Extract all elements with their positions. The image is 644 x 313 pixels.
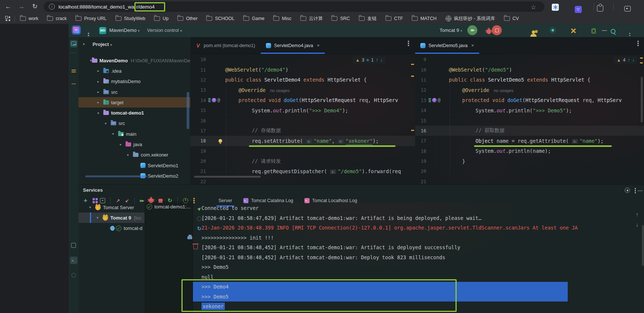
- address-bar[interactable]: i localhost:8888/tomcat_demo1_war/demo4 …: [44, 1, 544, 12]
- minimize-icon[interactable]: —: [602, 27, 607, 33]
- editor-tab[interactable]: ServletDemo4.java×: [261, 37, 325, 54]
- tree-row-mybatisdemo[interactable]: ▸mybatisDemo: [79, 76, 190, 87]
- editor-tab[interactable]: ServletDemo5.java×: [415, 37, 480, 54]
- overrides-method-icon[interactable]: ↑: [432, 98, 437, 102]
- bookmark-item[interactable]: Game: [243, 16, 264, 21]
- bookmark-item[interactable]: CV: [504, 16, 519, 21]
- bookmark-item[interactable]: Other: [177, 16, 197, 21]
- bookmark-item[interactable]: CTF: [386, 16, 403, 21]
- tree-row-tomcat-9[interactable]: ▾Tomcat 9[loc: [79, 212, 193, 223]
- tree-row-mavendemo[interactable]: ▾MavenDemoH:\0x0B_FUXIAN\MavenDemo: [79, 55, 190, 66]
- tree-row-java[interactable]: ▾java: [79, 139, 190, 149]
- chevron-down-icon[interactable]: ▾: [97, 216, 103, 220]
- plugin-atom-icon[interactable]: [590, 28, 596, 34]
- bookmark-item[interactable]: Misc: [273, 16, 291, 21]
- tree-row-src[interactable]: ▾src: [79, 118, 190, 129]
- code-area[interactable]: 1011@WebServlet("/demo4")12public class …: [190, 55, 415, 184]
- tree-row-.idea[interactable]: ▸.idea: [79, 66, 190, 76]
- bookmark-item[interactable]: crack: [47, 16, 67, 21]
- extensions-puzzle-icon[interactable]: [597, 5, 603, 11]
- tree-row-src[interactable]: ▸src: [79, 87, 190, 97]
- main-menu-icon[interactable]: [88, 35, 89, 36]
- close-icon[interactable]: ×: [471, 43, 474, 48]
- editor-tab[interactable]: Vpom.xml (tomcat-demo1): [190, 37, 261, 54]
- code-with-me-users-icon[interactable]: [532, 30, 535, 34]
- tree-row-tomcat-demo1[interactable]: ▾tomcat-demo1: [79, 108, 190, 118]
- intellij-logo-icon[interactable]: IJ: [73, 27, 80, 33]
- overrides-method-icon[interactable]: ↑: [212, 98, 216, 102]
- build-tools-icon[interactable]: [570, 28, 576, 34]
- tree-row-com.xekoner[interactable]: ▾com.xekoner: [79, 150, 190, 160]
- bookmark-item[interactable]: work: [20, 16, 38, 21]
- window-options-icon[interactable]: [629, 35, 631, 36]
- scroll-up-icon[interactable]: ↑: [636, 211, 638, 217]
- chevron-down-icon[interactable]: ▾: [89, 205, 95, 209]
- more-tools-icon[interactable]: ⋯: [70, 80, 77, 88]
- services-tool-icon[interactable]: >_: [70, 257, 77, 264]
- services-title[interactable]: Services: [83, 187, 103, 193]
- chevron-right-icon[interactable]: ▸: [97, 90, 103, 94]
- chevron-down-icon[interactable]: ▾: [97, 111, 103, 115]
- chevron-down-icon[interactable]: ▾: [120, 143, 126, 146]
- extension-purple-icon[interactable]: ▽: [575, 6, 582, 13]
- tab-options-icon[interactable]: [637, 43, 639, 44]
- bookmark-item[interactable]: SRC: [331, 16, 350, 21]
- chevron-down-icon[interactable]: ▾: [90, 59, 92, 62]
- editor-servletdemo4[interactable]: Vpom.xml (tomcat-demo1)ServletDemo4.java…: [190, 37, 416, 184]
- project-vertical-scrollbar[interactable]: [187, 92, 189, 129]
- deployed-artifact-status[interactable]: ✓ tomcat-demo1:...: [147, 204, 193, 210]
- vcs-widget[interactable]: Version control ▾: [147, 27, 182, 33]
- chevron-right-icon[interactable]: ▸: [97, 101, 103, 104]
- search-everywhere-icon[interactable]: [611, 29, 615, 34]
- editor-vertical-scrollbar[interactable]: [641, 77, 643, 122]
- clear-all-icon[interactable]: [193, 245, 198, 249]
- scroll-down-icon[interactable]: ↓: [636, 222, 638, 228]
- chevron-down-icon[interactable]: ▾: [127, 153, 133, 157]
- tab-groups-grid-icon[interactable]: [5, 16, 8, 19]
- reload-icon[interactable]: ↻: [30, 2, 39, 11]
- print-icon[interactable]: [187, 236, 192, 239]
- chevron-right-icon[interactable]: ▸: [97, 80, 103, 83]
- tree-row-main[interactable]: ▾main: [79, 129, 190, 139]
- toolbar-more-icon[interactable]: [193, 200, 195, 201]
- bookmark-star-icon[interactable]: ☆: [531, 3, 536, 11]
- status-dot-icon[interactable]: [550, 27, 556, 33]
- panel-options-icon[interactable]: [635, 190, 636, 191]
- intention-bulb-icon[interactable]: [218, 139, 222, 143]
- project-tool-icon[interactable]: [70, 40, 77, 47]
- bookmark-item[interactable]: StudyWeb: [116, 16, 145, 21]
- project-panel-title[interactable]: Project ▾: [93, 42, 112, 47]
- bookmark-item[interactable]: MATCH: [412, 16, 437, 21]
- tree-row-tomcat-d[interactable]: ✓tomcat-d: [79, 223, 193, 233]
- editor-horizontal-scrollbar[interactable]: [194, 176, 261, 178]
- bookmark-item[interactable]: 疯狂听抄 - 系统词库: [446, 16, 495, 22]
- run-button[interactable]: ▶▶: [467, 25, 477, 35]
- extension-snowflake-icon[interactable]: [552, 4, 559, 11]
- bookmark-item[interactable]: 云计算: [300, 16, 323, 22]
- tree-row-servletdemo1[interactable]: ServletDemo1: [79, 160, 190, 171]
- hide-panel-icon[interactable]: —: [638, 188, 643, 193]
- close-icon[interactable]: ×: [317, 43, 320, 48]
- bookmark-item[interactable]: 友链: [359, 16, 377, 22]
- back-icon[interactable]: ←: [4, 2, 13, 11]
- commit-tool-icon[interactable]: [70, 65, 77, 73]
- problems-tool-icon[interactable]: [70, 271, 77, 279]
- screen-capture-icon[interactable]: [624, 6, 631, 11]
- bookmark-item[interactable]: SCHOOL: [206, 16, 234, 21]
- stop-button[interactable]: [492, 25, 502, 35]
- chevron-right-icon[interactable]: ▸: [97, 69, 103, 73]
- filter-target-icon[interactable]: [625, 188, 630, 193]
- bookmark-item[interactable]: Proxy URL: [76, 16, 106, 21]
- tab-options-icon[interactable]: [408, 43, 409, 44]
- chevron-down-icon[interactable]: ▾: [105, 122, 111, 125]
- run-config-selector[interactable]: Tomcat 9 ▾: [440, 27, 462, 33]
- project-horizontal-scrollbar[interactable]: [85, 175, 147, 177]
- chevron-down-icon[interactable]: ▾: [112, 132, 118, 136]
- group-services-icon[interactable]: [93, 198, 95, 200]
- project-widget[interactable]: MavenDemo ▾: [109, 27, 140, 33]
- site-info-icon[interactable]: i: [49, 4, 55, 10]
- debug-button[interactable]: [487, 29, 491, 34]
- editor-servletdemo5[interactable]: ServletDemo5.java× ▲4 ↑↓ 910@WebServlet(…: [415, 37, 644, 184]
- bookmark-item[interactable]: Up: [154, 16, 168, 21]
- console-vertical-scrollbar[interactable]: [642, 225, 644, 266]
